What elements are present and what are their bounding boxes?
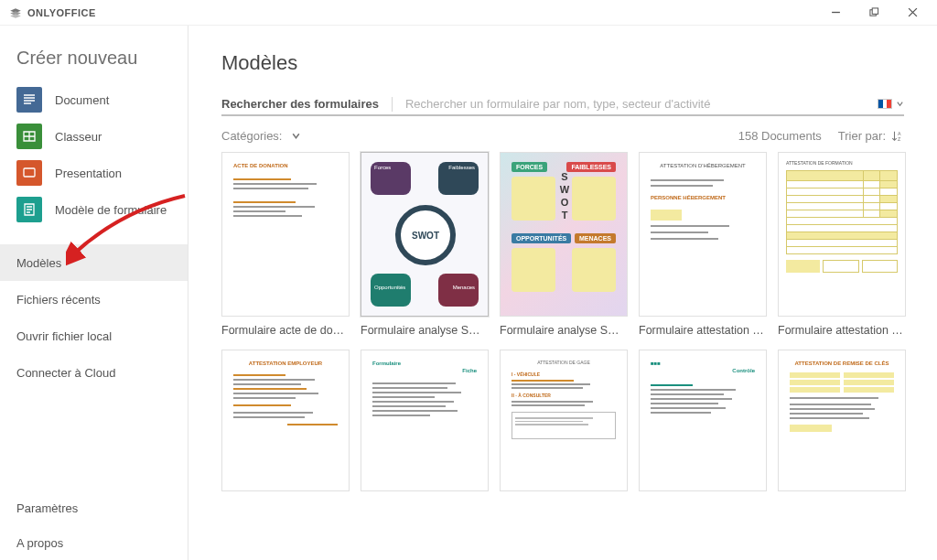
template-thumbnail: ATTESTATION EMPLOYEUR (221, 350, 350, 491)
template-caption: Formulaire attestation de f… (778, 324, 906, 337)
svg-text:Z: Z (898, 136, 901, 142)
search-bar: Rechercher des formulaires (221, 95, 904, 116)
template-thumbnail: SWOT Forces Faiblesses Opportunités Mena… (361, 152, 489, 317)
template-caption: Formulaire analyse SWOT 1 (361, 324, 489, 337)
sidebar-item-label: Document (55, 93, 109, 107)
template-thumbnail: ATTESTATION DE FORMATION (778, 152, 906, 317)
svg-rect-2 (24, 168, 35, 177)
sidebar-item-spreadsheet[interactable]: Classeur (0, 118, 188, 155)
sidebar-item-label: Modèles (16, 256, 61, 270)
sidebar-item-templates[interactable]: Modèles (0, 244, 188, 281)
sidebar-item-label: Ouvrir fichier local (16, 329, 112, 343)
page-title: Modèles (221, 51, 904, 75)
document-icon (16, 87, 42, 113)
templates-grid: ACTE DE DONATION Formulaire acte de dona… (221, 152, 904, 337)
titlebar: ONLYOFFICE (0, 0, 937, 26)
sort-control[interactable]: Trier par: A Z (838, 129, 904, 143)
sidebar-item-label: Classeur (55, 130, 102, 144)
spreadsheet-icon (16, 124, 42, 149)
template-thumbnail: ACTE DE DONATION (221, 152, 350, 317)
minimize-icon (831, 7, 841, 17)
sidebar-item-form-template[interactable]: Modèle de formulaire (0, 191, 188, 228)
template-thumbnail: FORCES FAIBLESSES OPPORTUNITÉS MENACES S… (500, 152, 628, 317)
search-label: Rechercher des formulaires (221, 97, 379, 111)
documents-count: 158 Documents (738, 129, 822, 143)
sidebar-item-open-local[interactable]: Ouvrir fichier local (0, 318, 188, 354)
close-button[interactable] (893, 1, 932, 25)
sidebar-item-recent-files[interactable]: Fichiers récents (0, 281, 188, 318)
minimize-button[interactable] (816, 1, 855, 25)
sidebar-item-document[interactable]: Document (0, 81, 188, 118)
app-logo-icon (9, 7, 22, 18)
create-heading: Créer nouveau (0, 42, 188, 81)
app-name: ONLYOFFICE (27, 7, 96, 18)
template-caption: Formulaire attestation d'hé… (639, 324, 767, 337)
template-card[interactable]: ACTE DE DONATION Formulaire acte de dona… (221, 152, 350, 337)
sidebar-item-label: Connecter à Cloud (16, 366, 115, 380)
template-card[interactable]: FORCES FAIBLESSES OPPORTUNITÉS MENACES S… (500, 152, 628, 337)
sidebar-item-label: A propos (16, 536, 63, 550)
sidebar-item-settings[interactable]: Paramètres (0, 490, 188, 525)
template-thumbnail: ATTESTATION DE REMISE DE CLÉS (778, 350, 906, 491)
template-caption: Formulaire acte de donation (221, 324, 350, 337)
app-brand: ONLYOFFICE (9, 7, 96, 18)
template-card[interactable]: ATTESTATION DE REMISE DE CLÉS (778, 350, 906, 491)
main-panel: Modèles Rechercher des formulaires Catég… (188, 26, 937, 560)
sidebar-item-label: Modèle de formulaire (55, 203, 167, 217)
form-template-icon (16, 197, 42, 222)
template-thumbnail: ■■■ Contrôle (639, 350, 767, 491)
template-card[interactable]: ATTESTATION DE FORMATION (778, 152, 906, 337)
template-card[interactable]: SWOT Forces Faiblesses Opportunités Mena… (361, 152, 489, 337)
sort-az-icon: A Z (891, 130, 904, 143)
search-separator (392, 97, 393, 112)
sidebar-item-label: Fichiers récents (16, 293, 101, 307)
categories-dropdown[interactable]: Catégories: (221, 129, 301, 143)
template-card[interactable]: ■■■ Contrôle (639, 350, 767, 491)
sidebar-item-connect-cloud[interactable]: Connecter à Cloud (0, 354, 188, 391)
maximize-button[interactable] (855, 1, 893, 25)
categories-label: Catégories: (221, 129, 282, 143)
templates-toolbar: Catégories: 158 Documents Trier par: A Z (221, 129, 904, 143)
sidebar-item-presentation[interactable]: Presentation (0, 155, 188, 191)
sidebar-item-label: Paramètres (16, 501, 78, 515)
template-card[interactable]: ATTESTATION EMPLOYEUR (221, 350, 350, 491)
template-thumbnail: ATTESTATION D'HÉBERGEMENT PERSONNE HÉBER… (639, 152, 767, 317)
template-caption: Formulaire analyse SWOT 2 (500, 324, 628, 337)
templates-grid-row2: ATTESTATION EMPLOYEUR (221, 350, 904, 491)
chevron-down-icon (896, 100, 904, 108)
close-icon (908, 7, 918, 17)
template-thumbnail: ATTESTATION DE GAGE I - VÉHICULE II - À … (500, 350, 628, 491)
sort-label: Trier par: (838, 129, 886, 143)
sidebar-item-label: Presentation (55, 167, 122, 180)
maximize-icon (869, 7, 879, 17)
search-input[interactable] (405, 95, 790, 113)
sidebar: Créer nouveau Document Classeur Presenta… (0, 26, 188, 560)
svg-rect-1 (872, 8, 878, 14)
window-controls (816, 1, 932, 25)
template-thumbnail: Formulaire Fiche (361, 350, 489, 491)
svg-text:A: A (898, 131, 901, 136)
template-card[interactable]: Formulaire Fiche (361, 350, 489, 491)
presentation-icon (16, 160, 42, 186)
flag-fr-icon (878, 99, 892, 109)
template-card[interactable]: ATTESTATION D'HÉBERGEMENT PERSONNE HÉBER… (639, 152, 767, 337)
chevron-down-icon (291, 131, 301, 141)
template-card[interactable]: ATTESTATION DE GAGE I - VÉHICULE II - À … (500, 350, 628, 491)
language-picker[interactable] (878, 99, 904, 109)
sidebar-item-about[interactable]: A propos (0, 525, 188, 560)
